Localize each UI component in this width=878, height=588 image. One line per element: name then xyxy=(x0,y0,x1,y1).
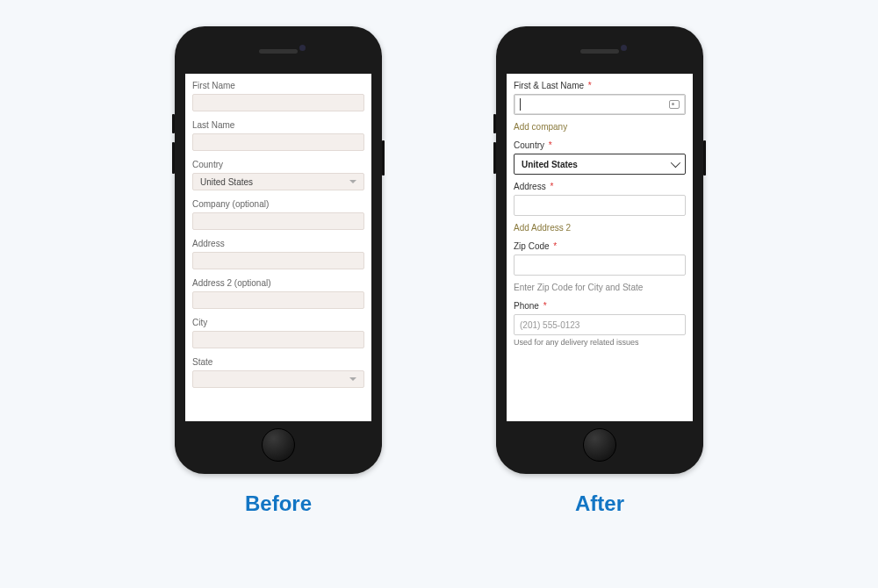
screen-before: First Name Last Name Country United Stat… xyxy=(185,74,371,421)
country-label: Country * xyxy=(514,140,686,150)
after-column: First & Last Name * Add company Country … xyxy=(496,26,703,516)
phone-frame-after: First & Last Name * Add company Country … xyxy=(496,26,703,474)
text-cursor xyxy=(520,98,521,111)
company-input[interactable] xyxy=(192,212,364,230)
phone-side-button xyxy=(493,142,496,174)
country-value: United States xyxy=(522,160,578,169)
phone-input[interactable]: (201) 555-0123 xyxy=(514,314,686,335)
country-label: Country xyxy=(192,160,364,169)
required-marker: * xyxy=(588,81,592,90)
required-marker: * xyxy=(550,182,553,191)
country-select[interactable]: United States xyxy=(514,154,686,175)
address2-input[interactable] xyxy=(192,291,364,309)
address-input[interactable] xyxy=(514,195,686,216)
chevron-down-icon xyxy=(349,180,356,183)
phone-label-text: Phone xyxy=(514,301,539,311)
name-label: First & Last Name * xyxy=(514,81,686,90)
add-company-link[interactable]: Add company xyxy=(514,122,686,132)
address-label: Address * xyxy=(514,182,686,191)
home-button[interactable] xyxy=(583,428,616,462)
state-select[interactable] xyxy=(192,370,364,388)
phone-side-button xyxy=(493,114,496,133)
address2-label: Address 2 (optional) xyxy=(192,278,364,288)
chevron-down-icon xyxy=(349,377,356,381)
contact-card-icon[interactable] xyxy=(669,100,680,109)
phone-side-button xyxy=(172,114,175,133)
country-label-text: Country xyxy=(514,140,544,150)
phone-side-button xyxy=(172,142,175,174)
city-label: City xyxy=(192,318,364,327)
name-label-text: First & Last Name xyxy=(514,81,584,90)
first-name-label: First Name xyxy=(192,81,364,90)
before-column: First Name Last Name Country United Stat… xyxy=(175,26,382,516)
address-input[interactable] xyxy=(192,252,364,269)
required-marker: * xyxy=(553,241,557,251)
home-button[interactable] xyxy=(262,428,295,462)
add-address2-link[interactable]: Add Address 2 xyxy=(514,223,686,233)
phone-helper: Used for any delivery related issues xyxy=(514,338,686,347)
address-label: Address xyxy=(192,239,364,248)
address-label-text: Address xyxy=(514,182,546,191)
company-label: Company (optional) xyxy=(192,199,364,209)
phone-side-button xyxy=(382,140,385,176)
required-marker: * xyxy=(549,140,552,150)
phone-side-button xyxy=(703,140,706,176)
zip-label-text: Zip Code xyxy=(514,241,550,251)
chevron-down-icon xyxy=(671,158,680,168)
country-select[interactable]: United States xyxy=(192,173,364,190)
last-name-input[interactable] xyxy=(192,133,364,151)
phone-label: Phone * xyxy=(514,301,686,311)
before-caption: Before xyxy=(245,491,312,516)
zip-label: Zip Code * xyxy=(514,241,686,251)
country-value: United States xyxy=(200,177,253,187)
state-label: State xyxy=(192,357,364,367)
phone-placeholder: (201) 555-0123 xyxy=(520,320,579,330)
after-caption: After xyxy=(575,491,624,516)
city-input[interactable] xyxy=(192,331,364,348)
phone-frame-before: First Name Last Name Country United Stat… xyxy=(175,26,382,474)
zip-hint: Enter Zip Code for City and State xyxy=(514,283,686,292)
name-input[interactable] xyxy=(514,94,686,115)
last-name-label: Last Name xyxy=(192,120,364,130)
zip-input[interactable] xyxy=(514,255,686,276)
first-name-input[interactable] xyxy=(192,94,364,111)
required-marker: * xyxy=(543,301,547,311)
screen-after: First & Last Name * Add company Country … xyxy=(507,74,693,421)
